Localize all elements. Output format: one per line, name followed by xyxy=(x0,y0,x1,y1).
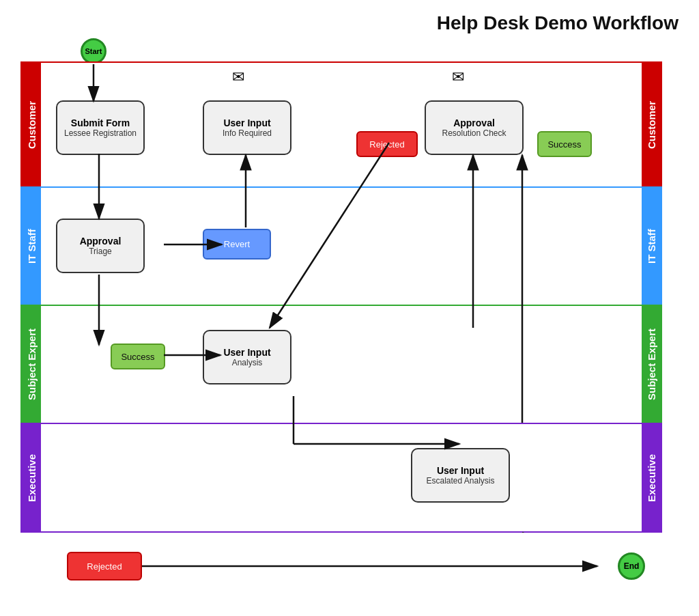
success-subject-node: Success xyxy=(111,344,165,369)
rejected-bottom-node: Rejected xyxy=(67,552,142,580)
lane-subject-label-left: Subject Expert xyxy=(22,306,41,423)
submit-form-node: Submit Form Lessee Registration xyxy=(56,100,145,155)
lane-customer-label-right: Customer xyxy=(642,63,661,186)
revert-node: Revert xyxy=(203,229,271,260)
lane-executive: Executive Executive User Input Escalated… xyxy=(20,423,662,533)
lane-executive-label-right: Executive xyxy=(642,424,661,531)
rejected-top-node: Rejected xyxy=(356,131,418,157)
swimlanes-container: Customer Customer ✉ Submit Form Lessee R… xyxy=(20,61,662,533)
end-node: End xyxy=(618,552,645,580)
mail-icon-approval: ✉ xyxy=(452,68,464,86)
success-top-node: Success xyxy=(537,131,592,157)
start-node: Start xyxy=(81,38,106,64)
lane-itstaff-label-right: IT Staff xyxy=(642,188,661,305)
approval-resolution-node: Approval Resolution Check xyxy=(425,100,524,155)
lane-customer-label-left: Customer xyxy=(22,63,41,186)
bottom-row: Rejected End xyxy=(20,546,662,587)
user-input-analysis-node: User Input Analysis xyxy=(203,330,291,384)
approval-triage-node: Approval Triage xyxy=(56,219,145,273)
page-title: Help Desk Demo Workflow xyxy=(437,12,679,34)
mail-icon-user-input: ✉ xyxy=(232,68,244,86)
start-label: Start xyxy=(85,47,102,55)
lane-itstaff: IT Staff IT Staff Approval Triage Revert xyxy=(20,186,662,306)
user-input-info-node: User Input Info Required xyxy=(203,100,291,155)
lane-subject-label-right: Subject Expert xyxy=(642,306,661,423)
lane-itstaff-label-left: IT Staff xyxy=(22,188,41,305)
lane-subject: Subject Expert Subject Expert Success Us… xyxy=(20,305,662,424)
lane-customer: Customer Customer ✉ Submit Form Lessee R… xyxy=(20,61,662,188)
user-input-escalated-node: User Input Escalated Analysis xyxy=(411,448,510,503)
lane-executive-label-left: Executive xyxy=(22,424,41,531)
